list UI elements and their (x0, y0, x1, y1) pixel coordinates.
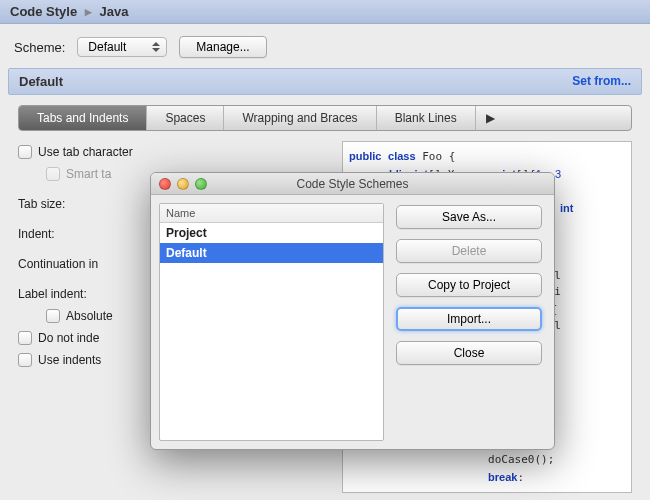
section-title: Default (19, 74, 63, 89)
code-style-schemes-dialog: Code Style Schemes Name Project Default … (150, 172, 555, 450)
close-button[interactable]: Close (396, 341, 542, 365)
scheme-row: Scheme: Default Manage... (0, 24, 650, 68)
tab-size-label: Tab size: (18, 197, 65, 211)
smart-tabs-checkbox (46, 167, 60, 181)
do-not-indent-checkbox[interactable] (18, 331, 32, 345)
tab-spaces[interactable]: Spaces (147, 106, 224, 130)
tabs: Tabs and Indents Spaces Wrapping and Bra… (18, 105, 632, 131)
breadcrumb-separator-icon: ▸ (85, 4, 92, 19)
scheme-list[interactable]: Name Project Default (159, 203, 384, 441)
dialog-title: Code Style Schemes (151, 177, 554, 191)
continuation-indent-label: Continuation in (18, 257, 98, 271)
tab-tabs-and-indents[interactable]: Tabs and Indents (19, 106, 147, 130)
list-header-name: Name (160, 204, 383, 223)
tab-blank-lines[interactable]: Blank Lines (377, 106, 476, 130)
manage-button[interactable]: Manage... (179, 36, 266, 58)
breadcrumb: Code Style ▸ Java (0, 0, 650, 24)
use-indents-label: Use indents (38, 353, 101, 367)
scheme-label: Scheme: (14, 40, 65, 55)
save-as-button[interactable]: Save As... (396, 205, 542, 229)
indent-label: Indent: (18, 227, 55, 241)
use-tab-checkbox[interactable] (18, 145, 32, 159)
delete-button: Delete (396, 239, 542, 263)
scheme-select[interactable]: Default (77, 37, 167, 57)
list-item-project[interactable]: Project (160, 223, 383, 243)
list-item-default[interactable]: Default (160, 243, 383, 263)
use-indents-checkbox[interactable] (18, 353, 32, 367)
smart-tabs-label: Smart ta (66, 167, 111, 181)
breadcrumb-codestyle[interactable]: Code Style (10, 4, 77, 19)
section-bar: Default Set from... (8, 68, 642, 95)
absolute-checkbox[interactable] (46, 309, 60, 323)
do-not-indent-label: Do not inde (38, 331, 99, 345)
breadcrumb-java: Java (99, 4, 128, 19)
copy-to-project-button[interactable]: Copy to Project (396, 273, 542, 297)
tabs-overflow-icon[interactable]: ▶ (476, 106, 505, 130)
set-from-link[interactable]: Set from... (572, 74, 631, 89)
dialog-buttons: Save As... Delete Copy to Project Import… (384, 195, 554, 449)
tab-wrapping[interactable]: Wrapping and Braces (224, 106, 376, 130)
use-tab-label: Use tab character (38, 145, 133, 159)
absolute-label: Absolute (66, 309, 113, 323)
label-indent-label: Label indent: (18, 287, 87, 301)
import-button[interactable]: Import... (396, 307, 542, 331)
dialog-titlebar[interactable]: Code Style Schemes (151, 173, 554, 195)
